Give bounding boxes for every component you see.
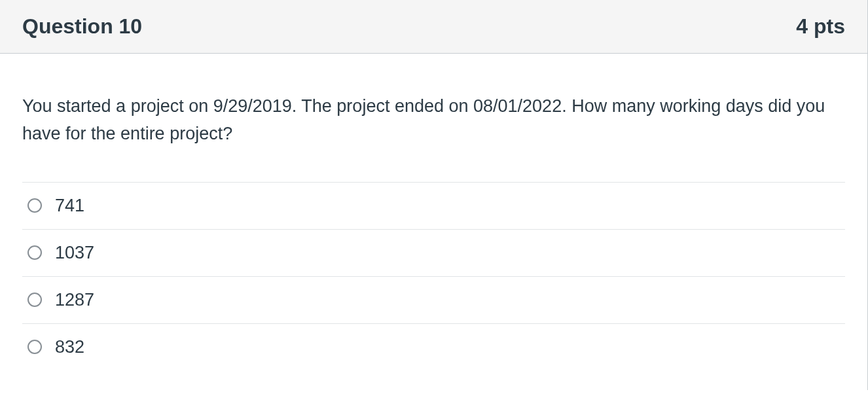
question-points: 4 pts: [796, 14, 845, 39]
answer-label: 832: [55, 337, 84, 357]
answer-option-3[interactable]: 832: [22, 324, 845, 370]
radio-icon: [27, 245, 42, 260]
answer-label: 1037: [55, 243, 94, 263]
question-container: Question 10 4 pts You started a project …: [0, 0, 868, 390]
answer-list: 741 1037 1287 832: [22, 182, 845, 370]
question-body: You started a project on 9/29/2019. The …: [0, 54, 867, 390]
answer-label: 741: [55, 196, 84, 216]
answer-option-1[interactable]: 1037: [22, 230, 845, 277]
answer-option-0[interactable]: 741: [22, 183, 845, 230]
question-title: Question 10: [22, 14, 142, 39]
question-text: You started a project on 9/29/2019. The …: [22, 93, 845, 148]
answer-label: 1287: [55, 290, 94, 310]
radio-icon: [27, 293, 42, 307]
radio-icon: [27, 198, 42, 213]
question-header: Question 10 4 pts: [0, 0, 867, 54]
answer-option-2[interactable]: 1287: [22, 277, 845, 324]
radio-icon: [27, 340, 42, 354]
